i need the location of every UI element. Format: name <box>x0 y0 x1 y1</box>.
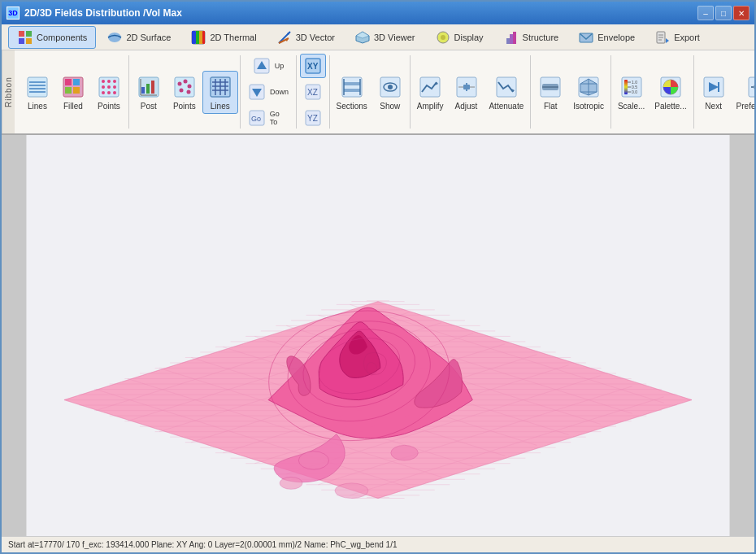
btn-up[interactable]: Up <box>244 54 293 78</box>
close-button[interactable]: ✕ <box>733 6 749 20</box>
svg-rect-1 <box>26 31 32 37</box>
3d-vector-icon <box>276 29 293 46</box>
btn-next[interactable]: Next <box>696 71 732 114</box>
btn-scale[interactable]: 1.0 0.5 0.0 Scale... <box>613 71 650 114</box>
up-icon <box>252 56 272 76</box>
tab-display[interactable]: Display <box>426 26 493 49</box>
btn-show[interactable]: Show <box>372 71 408 114</box>
svg-point-55 <box>183 79 187 83</box>
btn-sections[interactable]: Sections <box>332 71 372 114</box>
minimize-button[interactable]: – <box>697 6 714 20</box>
points-icon <box>96 74 122 100</box>
window-title: 2D/3D Fields Distribution /Vol Max <box>24 7 182 19</box>
status-bar: Start at=17770/ 170 f_exc: 193414.000 Pl… <box>2 536 754 552</box>
svg-point-45 <box>107 91 111 94</box>
tab-export[interactable]: Export <box>645 26 709 49</box>
yz-icon: YZ <box>303 108 323 128</box>
app-icon: 3D <box>7 7 20 20</box>
svg-rect-9 <box>202 31 205 44</box>
btn-filled[interactable]: Filled <box>55 71 91 114</box>
svg-point-58 <box>186 89 190 94</box>
attenuate-icon <box>493 74 519 100</box>
btn-post[interactable]: Post <box>131 71 167 114</box>
svg-rect-18 <box>506 38 510 44</box>
svg-rect-48 <box>141 87 145 94</box>
points2-icon <box>172 74 198 100</box>
top-ribbon: Components 2D Surface 2D Thermal 3D Vect… <box>2 24 754 50</box>
status-text: Start at=17770/ 170 f_exc: 193414.000 Pl… <box>8 540 397 549</box>
maximize-button[interactable]: □ <box>715 6 732 20</box>
svg-point-41 <box>102 85 105 89</box>
svg-point-44 <box>102 91 105 94</box>
btn-attenuate[interactable]: Attenuate <box>484 71 528 114</box>
svg-point-42 <box>107 85 111 89</box>
amplify-icon <box>417 74 443 100</box>
2d-surface-icon <box>106 29 123 46</box>
svg-rect-8 <box>199 31 202 44</box>
main-viewport[interactable]: z x y <box>2 135 754 536</box>
svg-point-192 <box>391 445 418 460</box>
btn-xz[interactable]: XZ <box>300 80 326 104</box>
btn-lines2[interactable]: Lines <box>202 71 238 114</box>
btn-xy[interactable]: XY <box>300 54 326 78</box>
tab-2d-thermal[interactable]: 2D Thermal <box>181 26 265 49</box>
svg-point-38 <box>102 80 105 83</box>
svg-point-46 <box>113 91 116 94</box>
tab-2d-surface[interactable]: 2D Surface <box>98 26 180 49</box>
btn-lines[interactable]: Lines <box>20 71 55 114</box>
svg-point-194 <box>335 483 368 499</box>
adjust-icon <box>454 74 480 100</box>
tab-envelope[interactable]: Envelope <box>569 26 644 49</box>
components-icon <box>17 29 33 46</box>
tab-3d-vector[interactable]: 3D Vector <box>267 26 344 49</box>
btn-amplify[interactable]: Amplify <box>412 71 449 114</box>
svg-rect-6 <box>192 31 196 44</box>
btn-down[interactable]: Down <box>244 80 293 104</box>
btn-points[interactable]: Points <box>91 71 127 114</box>
tab-structure[interactable]: Structure <box>494 26 568 49</box>
lines-icon <box>24 74 50 100</box>
goto-icon: Go <box>247 108 267 128</box>
svg-point-193 <box>280 477 302 489</box>
next-icon <box>701 74 727 100</box>
btn-palette[interactable]: Palette... <box>650 71 691 114</box>
svg-marker-26 <box>666 38 669 43</box>
show-icon <box>377 74 403 100</box>
btn-isotropic[interactable]: Isotropic <box>568 71 609 114</box>
sections-icon <box>339 74 365 100</box>
palette-icon <box>658 74 684 100</box>
svg-point-40 <box>113 80 116 83</box>
svg-rect-78 <box>342 77 362 97</box>
svg-rect-50 <box>151 81 154 94</box>
isotropic-icon <box>576 74 602 100</box>
btn-goto[interactable]: Go Go To <box>244 106 293 130</box>
down-icon <box>247 82 267 102</box>
btn-points2[interactable]: Points <box>167 71 202 114</box>
ribbon-label: Ribbon <box>2 50 15 133</box>
post-icon <box>136 74 162 100</box>
field-visualization: z x y <box>2 135 754 536</box>
svg-point-56 <box>187 84 191 88</box>
export-icon <box>654 29 671 46</box>
svg-text:YZ: YZ <box>307 114 318 123</box>
btn-preferences[interactable]: Preferences <box>732 71 756 114</box>
svg-text:XZ: XZ <box>307 88 318 97</box>
structure-icon <box>503 29 519 46</box>
envelope-icon <box>578 29 594 46</box>
tab-components[interactable]: Components <box>8 26 96 49</box>
svg-rect-3 <box>26 38 32 44</box>
svg-point-85 <box>388 85 393 89</box>
svg-point-54 <box>177 81 181 85</box>
scale-icon: 1.0 0.5 0.0 <box>619 74 645 100</box>
btn-yz[interactable]: YZ <box>300 106 326 130</box>
btn-flat[interactable]: Flat <box>532 71 568 114</box>
tab-3d-viewer[interactable]: 3D Viewer <box>345 26 424 49</box>
svg-rect-0 <box>19 31 24 37</box>
svg-rect-34 <box>73 79 80 85</box>
3d-viewer-icon <box>354 29 371 46</box>
main-window: 3D 2D/3D Fields Distribution /Vol Max – … <box>0 0 756 554</box>
svg-rect-80 <box>344 89 360 92</box>
svg-point-39 <box>107 80 111 83</box>
btn-adjust[interactable]: Adjust <box>449 71 484 114</box>
svg-text:Go: Go <box>251 115 261 123</box>
